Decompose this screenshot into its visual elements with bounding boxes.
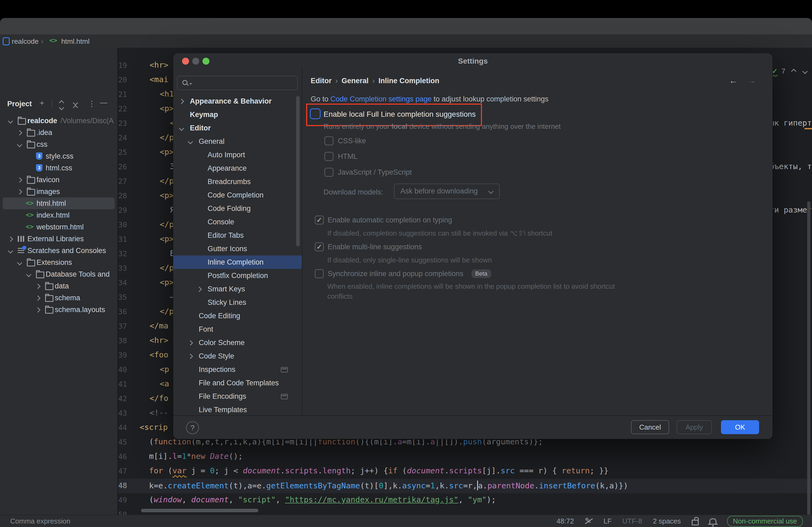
settings-nav-Sticky Lines[interactable]: Sticky Lines [173, 296, 302, 309]
code-line-47[interactable]: for (var j = 0; j < document.scripts.len… [140, 466, 608, 475]
gutter-line-number[interactable]: 28 [116, 192, 127, 200]
code-line-49[interactable]: (window, document, "script", "https://mc… [140, 495, 496, 504]
cancel-button[interactable]: Cancel [631, 420, 669, 434]
settings-nav-Font[interactable]: Font [173, 322, 302, 336]
settings-nav-Code Style[interactable]: Code Style [173, 349, 302, 363]
settings-tree-scrollbar[interactable] [296, 96, 300, 246]
gutter-line-number[interactable]: 49 [116, 496, 127, 504]
option-Synchronize inline and popup completions[interactable]: Synchronize inline and popup completions… [315, 269, 491, 278]
file-encoding[interactable]: UTF-8 [622, 517, 642, 525]
settings-nav-Auto Import[interactable]: Auto Import [173, 148, 302, 162]
settings-nav-Color Scheme[interactable]: Color Scheme [173, 336, 302, 349]
gutter-line-number[interactable]: 40 [116, 365, 127, 374]
gutter-line-number[interactable]: 27 [116, 177, 127, 185]
code-completion-settings-link[interactable]: Code Completion settings page [331, 95, 432, 103]
option-Enable multi-line suggestions[interactable]: ✓Enable multi-line suggestions [315, 242, 422, 252]
back-arrow-icon[interactable]: ← [729, 76, 738, 86]
settings-nav-Inspections[interactable]: Inspections [173, 363, 302, 376]
settings-nav-Keymap[interactable]: Keymap [173, 108, 302, 121]
gutter-line-number[interactable]: 50 [116, 510, 127, 515]
gutter-line-number[interactable]: 34 [116, 278, 127, 287]
settings-nav-Code Editing[interactable]: Code Editing [173, 309, 302, 322]
gutter-line-number[interactable]: 43 [116, 409, 127, 417]
settings-nav-File and Code Templates[interactable]: File and Code Templates [173, 376, 302, 390]
notifications-bell-icon[interactable] [709, 518, 716, 524]
gutter-line-number[interactable]: 48 [116, 481, 127, 490]
indent-setting[interactable]: 2 spaces [653, 517, 681, 525]
gutter-line-number[interactable]: 32 [116, 250, 127, 258]
gutter-line-number[interactable]: 26 [116, 163, 127, 171]
gutter-line-number[interactable]: 30 [116, 221, 127, 229]
gutter-line-number[interactable]: 45 [116, 438, 127, 446]
download-models-select[interactable]: Ask before downloading [394, 183, 500, 199]
gutter-line-number[interactable]: 22 [116, 105, 127, 113]
gutter-line-number[interactable]: 35 [116, 293, 127, 301]
settings-nav-Code Completion[interactable]: Code Completion [173, 189, 302, 202]
gutter-line-number[interactable]: 46 [116, 452, 127, 461]
chevron-icon[interactable] [179, 99, 184, 104]
gutter-line-number[interactable]: 21 [116, 90, 127, 99]
gutter-line-number[interactable]: 31 [116, 235, 127, 243]
language-checkbox-HTML[interactable]: HTML [324, 152, 358, 161]
gutter-line-number[interactable]: 25 [116, 148, 127, 156]
settings-nav-Console[interactable]: Console [173, 215, 302, 229]
gutter-line-number[interactable]: 44 [116, 423, 127, 432]
lock-icon[interactable] [692, 520, 699, 525]
gutter-line-number[interactable]: 38 [116, 336, 127, 345]
editor-vertical-scrollbar[interactable] [807, 201, 810, 518]
checkbox-unchecked[interactable] [315, 269, 324, 278]
license-badge[interactable]: Non-commercial use [727, 516, 803, 527]
language-checkbox-JavaScript / TypeScript[interactable]: JavaScript / TypeScript [324, 168, 412, 177]
gutter-line-number[interactable]: 47 [116, 467, 127, 475]
checkbox-unchecked[interactable] [324, 168, 334, 177]
settings-nav-Appearance & Behavior[interactable]: Appearance & Behavior [173, 94, 302, 108]
option-Enable automatic completion on typing[interactable]: ✓Enable automatic completion on typing [315, 215, 452, 225]
gutter-line-number[interactable]: 42 [116, 394, 127, 403]
gutter-line-number[interactable]: 41 [116, 380, 127, 388]
settings-nav-Editor Tabs[interactable]: Editor Tabs [173, 229, 302, 242]
settings-nav-Breadcrumbs[interactable]: Breadcrumbs [173, 175, 302, 189]
settings-search-input[interactable] [177, 76, 298, 90]
gutter-line-number[interactable]: 39 [116, 351, 127, 359]
chevron-icon[interactable] [179, 125, 184, 131]
chevron-icon[interactable] [197, 287, 202, 292]
language-checkbox-CSS-like[interactable]: CSS-like [324, 136, 366, 146]
settings-breadcrumb-item[interactable]: Inline Completion [379, 77, 439, 85]
settings-nav-Smart Keys[interactable]: Smart Keys [173, 282, 302, 296]
checkbox-unchecked[interactable] [324, 136, 334, 146]
help-button[interactable]: ? [186, 421, 199, 434]
gutter-line-number[interactable]: 37 [116, 322, 127, 330]
chevron-icon[interactable] [188, 353, 193, 359]
checkbox-checked[interactable]: ✓ [315, 242, 324, 252]
gutter-line-number[interactable]: 19 [116, 61, 127, 70]
chevron-icon[interactable] [188, 340, 193, 346]
gutter-line-number[interactable]: 29 [116, 206, 127, 214]
settings-nav-Appearance[interactable]: Appearance [173, 162, 302, 175]
settings-breadcrumb-item[interactable]: Editor [311, 77, 332, 85]
line-ending[interactable]: LF [604, 517, 612, 525]
settings-breadcrumb-item[interactable]: General [342, 77, 369, 85]
checkbox-unchecked[interactable] [324, 152, 334, 161]
gutter-line-number[interactable]: 33 [116, 264, 127, 272]
highlighting-pen-icon[interactable] [585, 517, 593, 525]
full-line-completion-checkbox[interactable] [310, 108, 321, 119]
gutter-line-number[interactable]: 23 [116, 119, 127, 127]
settings-nav-Editor[interactable]: Editor [173, 121, 302, 135]
settings-nav-File Encodings[interactable]: File Encodings [173, 390, 302, 403]
settings-nav-Live Templates[interactable]: Live Templates [173, 403, 302, 416]
settings-nav-Code Folding[interactable]: Code Folding [173, 202, 302, 215]
checkbox-checked[interactable]: ✓ [315, 215, 324, 225]
caret-position[interactable]: 48:72 [556, 517, 574, 525]
code-line-46[interactable]: m[i].l=1*new Date(); [140, 452, 243, 461]
gutter-line-number[interactable]: 36 [116, 307, 127, 316]
chevron-icon[interactable] [188, 139, 193, 144]
editor-horizontal-scrollbar[interactable] [141, 509, 258, 512]
gutter-line-number[interactable]: 20 [116, 76, 127, 84]
gutter-line-number[interactable]: 24 [116, 134, 127, 142]
settings-nav-Gutter Icons[interactable]: Gutter Icons [173, 242, 302, 255]
settings-nav-General[interactable]: General [173, 135, 302, 148]
settings-nav-Inline Completion[interactable]: Inline Completion [173, 255, 302, 269]
settings-nav-Postfix Completion[interactable]: Postfix Completion [173, 269, 302, 282]
ok-button[interactable]: OK [721, 420, 759, 434]
code-line-48[interactable]: k=e.createElement(t),a=e.getElementsByTa… [140, 481, 628, 490]
